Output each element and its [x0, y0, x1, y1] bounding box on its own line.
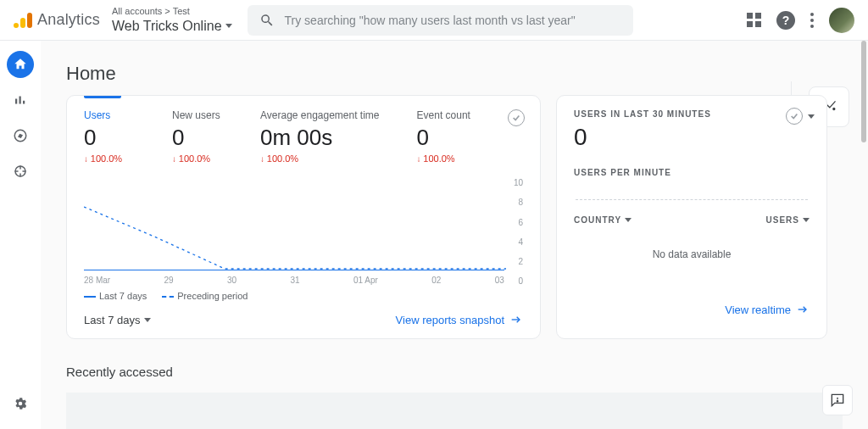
- ytick: 10: [514, 177, 523, 187]
- metric-users[interactable]: Users 0 100.0%: [84, 109, 135, 164]
- nav-advertising[interactable]: [7, 158, 34, 185]
- property-selector[interactable]: All accounts > Test Web Tricks Online: [108, 6, 232, 33]
- metric-avg-engagement[interactable]: Average engagement time 0m 00s 100.0%: [260, 109, 380, 164]
- realtime-sparkline-axis: [576, 199, 808, 200]
- realtime-title: USERS IN LAST 30 MINUTES: [574, 109, 810, 119]
- svg-point-8: [837, 401, 837, 402]
- xtick: 01 Apr: [353, 276, 378, 286]
- card-settings[interactable]: [786, 108, 815, 125]
- overview-footer: Last 7 days View reports snapshot: [84, 313, 523, 326]
- cards-row: Users 0 100.0% New users 0 100.0% Averag…: [41, 92, 868, 339]
- xaxis: 28 Mar 29 30 31 01 Apr 02 03: [84, 276, 504, 286]
- property-name: Web Tricks Online: [112, 18, 222, 34]
- ytick: 2: [518, 257, 523, 266]
- legend-current: Last 7 days: [84, 291, 147, 301]
- realtime-subtitle: USERS PER MINUTE: [574, 168, 810, 177]
- link-label: View realtime: [725, 304, 791, 316]
- caret-down-icon: [803, 218, 810, 222]
- metric-change: 100.0%: [417, 153, 470, 164]
- nav-home[interactable]: [7, 51, 34, 78]
- scrollbar-vertical[interactable]: [861, 41, 866, 142]
- feedback-icon: [829, 392, 846, 409]
- gear-icon: [13, 396, 28, 411]
- app-header: Analytics All accounts > Test Web Tricks…: [0, 0, 868, 41]
- link-label: View reports snapshot: [396, 314, 504, 326]
- metric-new-users[interactable]: New users 0 100.0%: [172, 109, 223, 164]
- home-icon: [13, 57, 28, 72]
- metric-value: 0m 00s: [260, 125, 380, 151]
- legend-previous: Preceding period: [162, 291, 248, 301]
- recently-accessed-section: Recently accessed Reports and pages you …: [41, 339, 868, 429]
- metric-label: Average engagement time: [260, 109, 380, 121]
- search-icon: [259, 13, 275, 28]
- feedback-button[interactable]: [822, 385, 853, 415]
- arrow-right-icon: [796, 303, 810, 316]
- metric-label: Event count: [417, 109, 470, 121]
- realtime-footer: View realtime: [574, 303, 810, 316]
- page-body: Home Users 0 100.0% New users 0 100.0%: [41, 41, 868, 429]
- metric-event-count[interactable]: Event count 0 100.0%: [417, 109, 470, 164]
- view-reports-snapshot-link[interactable]: View reports snapshot: [396, 313, 523, 326]
- chart-legend: Last 7 days Preceding period: [84, 291, 523, 301]
- metric-change: 100.0%: [172, 153, 223, 164]
- realtime-card: USERS IN LAST 30 MINUTES 0 USERS PER MIN…: [556, 95, 827, 339]
- realtime-empty-text: No data available: [574, 248, 810, 260]
- search-placeholder: Try searching "how many users last month…: [285, 14, 576, 27]
- series-previous: [84, 177, 506, 270]
- search-input[interactable]: Try searching "how many users last month…: [248, 5, 633, 36]
- account-avatar[interactable]: [829, 8, 854, 33]
- view-realtime-link[interactable]: View realtime: [725, 303, 810, 316]
- metrics-row: Users 0 100.0% New users 0 100.0% Averag…: [84, 109, 523, 164]
- target-icon: [13, 164, 28, 179]
- ytick: 4: [518, 237, 523, 247]
- account-breadcrumb: All accounts > Test: [112, 6, 232, 17]
- header-actions: ?: [747, 8, 854, 33]
- xtick: 02: [431, 276, 441, 286]
- caret-down-icon: [625, 218, 632, 222]
- metric-change: 100.0%: [260, 153, 380, 164]
- date-range-label: Last 7 days: [84, 314, 141, 326]
- active-tab-indicator: [84, 96, 121, 98]
- metric-label: Users: [84, 109, 135, 121]
- trend-chart: 10 8 6 4 2 0 28 Mar 29 30 31 01 Apr: [84, 176, 523, 286]
- xtick: 30: [227, 276, 236, 286]
- xtick: 28 Mar: [84, 276, 110, 286]
- recently-accessed-panel: Reports and pages you recently visited w…: [66, 393, 843, 429]
- analytics-logo-icon: [14, 11, 32, 30]
- caret-down-icon: [808, 114, 815, 119]
- metric-value: 0: [84, 125, 135, 151]
- nav-explore[interactable]: [7, 122, 34, 149]
- explore-icon: [13, 128, 28, 143]
- left-nav-rail: [0, 41, 41, 429]
- ytick: 6: [518, 217, 523, 226]
- apps-icon[interactable]: [747, 13, 761, 27]
- nav-reports[interactable]: [7, 86, 34, 114]
- ytick: 8: [518, 198, 523, 207]
- realtime-table-head: COUNTRY USERS: [574, 215, 810, 225]
- page-title: Home: [66, 63, 116, 85]
- card-verified-icon[interactable]: [508, 109, 525, 126]
- nav-admin[interactable]: [7, 390, 34, 417]
- svg-point-3: [833, 109, 835, 110]
- xtick: 31: [291, 276, 300, 286]
- date-range-selector[interactable]: Last 7 days: [84, 314, 151, 326]
- caret-down-icon: [144, 318, 151, 322]
- help-icon[interactable]: ?: [776, 11, 795, 30]
- metric-value: 0: [172, 125, 223, 151]
- metric-label: New users: [172, 109, 223, 121]
- xtick: 03: [495, 276, 504, 286]
- product-name: Analytics: [37, 11, 100, 29]
- col-country[interactable]: COUNTRY: [574, 215, 632, 225]
- more-vert-icon[interactable]: [810, 13, 814, 28]
- arrow-right-icon: [509, 313, 523, 326]
- recently-accessed-title: Recently accessed: [66, 365, 843, 379]
- metric-value: 0: [417, 125, 470, 151]
- realtime-value: 0: [574, 124, 810, 151]
- metric-change: 100.0%: [84, 153, 135, 164]
- col-users[interactable]: USERS: [766, 215, 810, 225]
- ytick: 0: [518, 276, 523, 285]
- product-logo[interactable]: Analytics: [14, 11, 108, 30]
- page-header: Home: [41, 41, 868, 92]
- xtick: 29: [164, 276, 174, 286]
- verified-icon: [786, 108, 803, 125]
